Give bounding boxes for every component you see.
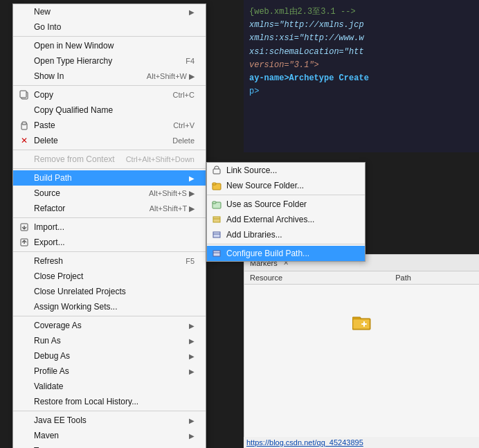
menu-item-show-in[interactable]: Show In Alt+Shift+W ▶ (13, 69, 206, 84)
menu-item-coverage-as[interactable]: Coverage As ▶ (13, 318, 206, 333)
editor-line-2: xmlns="http://xmlns.jcp (249, 20, 364, 30)
copy-icon (19, 89, 30, 100)
menu-item-paste-label: Paste (34, 120, 55, 130)
menu-item-type-hierarchy[interactable]: Open Type Hierarchy F4 (13, 53, 206, 69)
menu-item-new-label: New (34, 7, 51, 17)
menu-item-coverage-as-arrow: ▶ (189, 322, 195, 330)
import-icon (19, 222, 30, 233)
menu-item-import[interactable]: Import... (13, 219, 206, 235)
menu-item-javaee-tools[interactable]: Java EE Tools ▶ (13, 413, 206, 428)
svg-rect-13 (213, 169, 220, 174)
submenu-add-external-archives-label: Add External Archives... (226, 215, 314, 224)
separator-3 (13, 150, 206, 150)
menu-item-close-project[interactable]: Close Project (13, 269, 206, 284)
menu-item-refresh-shortcut: F5 (186, 257, 195, 265)
menu-item-restore-history-label: Restore from Local History... (34, 397, 138, 406)
menu-item-assign-working[interactable]: Assign Working Sets... (13, 299, 206, 314)
menu-item-refactor-shortcut: Alt+Shift+T ▶ (150, 204, 195, 213)
editor-line-5: version="3.1"> (249, 60, 319, 70)
menu-item-build-path-arrow: ▶ (189, 174, 195, 182)
menu-item-copy-qualified[interactable]: Copy Qualified Name (13, 102, 206, 118)
markers-folder-icon (352, 312, 372, 333)
menu-item-javaee-tools-label: Java EE Tools (34, 415, 87, 425)
menu-item-refactor-label: Refactor (34, 204, 65, 213)
submenu-link-source[interactable]: Link Source... (207, 163, 365, 178)
submenu-use-source-folder[interactable]: Use as Source Folder (207, 197, 365, 212)
menu-item-remove-context-shortcut: Ctrl+Alt+Shift+Down (126, 155, 195, 163)
menu-item-new-arrow: ▶ (189, 8, 195, 16)
submenu-add-libraries[interactable]: Add Libraries... (207, 227, 365, 242)
submenu-build-path: Link Source... New Source Folder... Use … (206, 162, 365, 262)
export-icon (19, 237, 30, 248)
menu-item-copy[interactable]: Copy Ctrl+C (13, 87, 206, 102)
markers-body (244, 285, 479, 361)
menu-item-export[interactable]: Export... (13, 235, 206, 250)
menu-item-run-as-arrow: ▶ (189, 337, 195, 345)
menu-item-run-as[interactable]: Run As ▶ (13, 333, 206, 348)
separator-1 (13, 36, 206, 37)
menu-item-restore-history[interactable]: Restore from Local History... (13, 394, 206, 409)
menu-item-debug-as[interactable]: Debug As ▶ (13, 348, 206, 364)
menu-item-profile-as-label: Profile As (34, 366, 69, 376)
menu-item-delete-label: Delete (34, 136, 58, 145)
menu-item-maven[interactable]: Maven ▶ (13, 428, 206, 443)
menu-item-refactor[interactable]: Refactor Alt+Shift+T ▶ (13, 201, 206, 216)
menu-item-source-shortcut: Alt+Shift+S ▶ (149, 189, 195, 198)
menu-item-validate[interactable]: Validate (13, 379, 206, 394)
svg-rect-17 (213, 201, 216, 204)
menu-item-maven-label: Maven (34, 431, 59, 440)
new-source-folder-icon (211, 180, 222, 191)
editor-line-1: {web.xml由2.3至3.1 --> (249, 7, 356, 17)
menu-item-source[interactable]: Source Alt+Shift+S ▶ (13, 186, 206, 201)
menu-item-new[interactable]: New ▶ (13, 4, 206, 19)
menu-item-paste-shortcut: Ctrl+V (173, 121, 195, 129)
menu-item-javaee-tools-arrow: ▶ (189, 417, 195, 424)
menu-item-go-into-label: Go Into (34, 22, 61, 32)
editor-line-3: xmlns:xsi="http://www.w (249, 33, 364, 43)
menu-item-open-new-window[interactable]: Open in New Window (13, 38, 206, 53)
markers-col-resource: Resource (244, 271, 390, 285)
menu-item-profile-as[interactable]: Profile As ▶ (13, 364, 206, 379)
svg-rect-8 (22, 122, 26, 125)
editor-panel: {web.xml由2.3至3.1 --> xmlns="http://xmlns… (244, 0, 479, 152)
configure-build-path-icon (211, 248, 222, 259)
markers-col-path: Path (390, 271, 479, 285)
menu-item-go-into[interactable]: Go Into (13, 19, 206, 35)
markers-table: Resource Path (244, 271, 479, 285)
menu-item-remove-context[interactable]: Remove from Context Ctrl+Alt+Shift+Down (13, 152, 206, 167)
menu-item-delete[interactable]: ✕ Delete Delete (13, 133, 206, 148)
menu-item-build-path[interactable]: Build Path ▶ (13, 170, 206, 186)
svg-rect-22 (213, 251, 220, 256)
menu-item-team[interactable]: Team ▶ (13, 443, 206, 448)
menu-item-maven-arrow: ▶ (189, 432, 195, 440)
menu-item-copy-label: Copy (34, 90, 53, 100)
menu-item-delete-shortcut: Delete (172, 136, 195, 145)
menu-item-paste[interactable]: Paste Ctrl+V (13, 118, 206, 133)
svg-rect-6 (20, 91, 26, 98)
editor-line-4: xsi:schemaLocation="htt (249, 47, 364, 57)
menu-item-profile-as-arrow: ▶ (189, 368, 195, 375)
menu-item-close-unrelated-label: Close Unrelated Projects (34, 287, 126, 296)
menu-item-type-hierarchy-label: Open Type Hierarchy (34, 56, 112, 66)
menu-item-debug-as-label: Debug As (34, 351, 70, 361)
use-source-folder-icon (211, 199, 222, 210)
submenu-add-external-archives[interactable]: Add External Archives... (207, 212, 365, 227)
paste-icon (19, 120, 30, 131)
url-bar: https://blog.csdn.net/qq_45243895 (244, 437, 479, 448)
submenu-configure-build-path[interactable]: Configure Build Path... (207, 246, 365, 261)
editor-line-6: ay-name>Archetype Create (249, 73, 369, 83)
submenu-separator-1 (207, 195, 365, 195)
menu-item-validate-label: Validate (34, 382, 63, 391)
editor-line-7: p> (249, 87, 259, 96)
menu-item-refresh[interactable]: Refresh F5 (13, 253, 206, 269)
menu-item-open-new-window-label: Open in New Window (34, 41, 114, 51)
submenu-new-source-folder[interactable]: New Source Folder... (207, 178, 365, 193)
menu-item-build-path-label: Build Path (34, 173, 72, 183)
submenu-configure-build-path-label: Configure Build Path... (226, 249, 309, 258)
submenu-new-source-folder-label: New Source Folder... (226, 181, 304, 190)
markers-panel: Markers ✕ Resource Path (244, 254, 479, 448)
add-libraries-icon (211, 229, 222, 240)
menu-item-close-unrelated[interactable]: Close Unrelated Projects (13, 284, 206, 299)
menu-item-import-label: Import... (34, 222, 64, 232)
menu-item-assign-working-label: Assign Working Sets... (34, 302, 118, 312)
